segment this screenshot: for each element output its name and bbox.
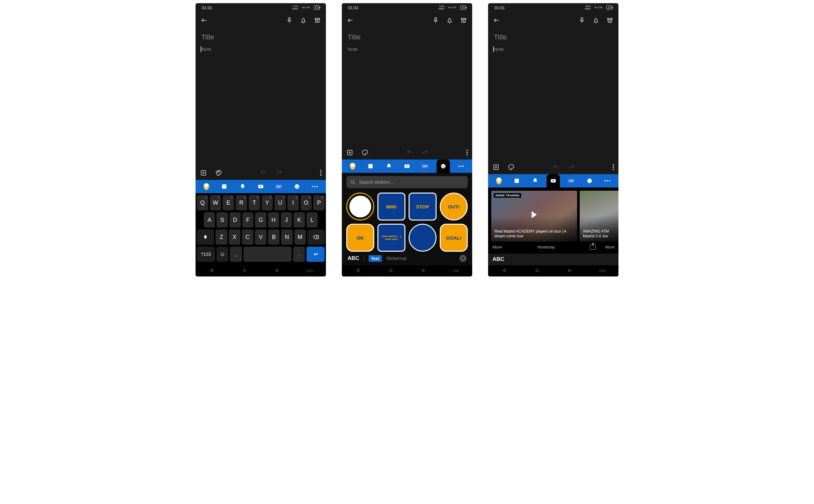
undo-icon[interactable] [260, 169, 267, 176]
note-content[interactable]: Title Note [195, 29, 326, 166]
more-icon[interactable] [467, 150, 468, 155]
nav-home-icon[interactable] [534, 268, 540, 275]
reminder-icon[interactable] [300, 17, 307, 24]
tab-more[interactable] [601, 174, 614, 187]
sticker-ok[interactable]: OK [346, 224, 374, 252]
more-link-1[interactable]: More [493, 245, 502, 249]
tab-news[interactable] [510, 174, 524, 187]
tab-bell[interactable] [529, 174, 542, 187]
note-input[interactable]: Note [347, 46, 467, 52]
key-k[interactable]: K [293, 212, 304, 228]
more-link-2[interactable]: More [605, 245, 615, 249]
nav-keyboard-icon[interactable] [599, 270, 605, 272]
sticker-crest[interactable] [346, 193, 374, 221]
sticker-hala[interactable]: ¡Hala Madrid… y nada más! [377, 224, 405, 252]
key-c[interactable]: C [242, 229, 253, 245]
tab-more[interactable] [455, 160, 468, 173]
tab-bell[interactable] [236, 180, 249, 193]
add-box-icon[interactable] [493, 164, 500, 171]
key-w[interactable]: W [210, 195, 221, 210]
back-icon[interactable] [347, 17, 354, 24]
key-i[interactable]: I [287, 195, 299, 210]
sticker-goal[interactable]: GOAL! [440, 224, 468, 252]
tab-news[interactable] [218, 180, 231, 193]
nav-home-icon[interactable] [242, 268, 247, 275]
video-card-2[interactable]: AMAZING ATM Madrid 2-0 Juv [580, 191, 619, 242]
pin-icon[interactable] [286, 17, 293, 24]
nav-back-icon[interactable] [355, 268, 361, 275]
key-n[interactable]: N [281, 229, 292, 245]
stickemoji-tab[interactable]: Stickemoji [386, 256, 407, 261]
key-t[interactable]: T [249, 195, 260, 210]
tab-crest[interactable] [200, 180, 213, 193]
period-key[interactable]: . [293, 247, 305, 262]
title-input[interactable]: Title [494, 33, 613, 41]
key-h[interactable]: H [268, 212, 279, 228]
archive-icon[interactable] [460, 17, 467, 24]
tab-video[interactable] [254, 180, 267, 193]
tab-gif[interactable]: GIF [565, 174, 578, 187]
note-input[interactable]: Note [494, 46, 613, 52]
add-pack-button[interactable]: + [460, 255, 467, 262]
video-card-1[interactable]: INSIDE TRAINING Real Madrid ACADEMY play… [491, 191, 577, 242]
nav-keyboard-icon[interactable] [307, 270, 312, 272]
more-icon[interactable] [320, 170, 321, 176]
nav-recent-icon[interactable] [274, 268, 280, 275]
share-icon[interactable] [590, 244, 596, 250]
back-icon[interactable] [493, 17, 500, 24]
shift-key[interactable] [197, 229, 214, 245]
tab-bell[interactable] [382, 160, 395, 173]
redo-icon[interactable] [422, 149, 429, 156]
key-y[interactable]: Y [262, 195, 273, 210]
tab-stickers[interactable] [290, 180, 304, 193]
key-f[interactable]: F [242, 212, 253, 228]
note-input[interactable]: Note [201, 46, 320, 52]
pin-icon[interactable] [432, 17, 439, 24]
text-tab[interactable]: Text [368, 255, 382, 262]
tab-stickers[interactable] [583, 174, 596, 187]
tab-gif[interactable]: GIF [419, 160, 432, 173]
tab-video[interactable] [400, 160, 414, 173]
pin-icon[interactable] [578, 17, 585, 24]
key-a[interactable]: A [204, 212, 215, 228]
abc-button[interactable]: ABC [347, 255, 359, 262]
key-q[interactable]: Q [197, 195, 208, 210]
tab-stickers[interactable] [437, 160, 450, 173]
tab-gif[interactable]: GIF [272, 180, 285, 193]
redo-icon[interactable] [568, 164, 575, 171]
key-r[interactable]: R [236, 195, 247, 210]
symbols-key[interactable]: ?123 [197, 247, 215, 262]
nav-back-icon[interactable] [502, 268, 507, 275]
nav-recent-icon[interactable] [567, 268, 572, 275]
sticker-round[interactable] [409, 224, 437, 252]
key-d[interactable]: D [229, 212, 241, 228]
more-icon[interactable] [613, 164, 614, 170]
abc-button[interactable]: ABC [488, 254, 619, 265]
undo-icon[interactable] [406, 149, 414, 156]
tab-crest[interactable] [492, 174, 506, 187]
key-s[interactable]: S [216, 212, 228, 228]
key-j[interactable]: J [281, 212, 292, 228]
reminder-icon[interactable] [592, 17, 599, 24]
title-input[interactable]: Title [201, 33, 320, 41]
add-box-icon[interactable] [200, 169, 207, 176]
key-l[interactable]: L [306, 212, 318, 228]
comma-key[interactable]: , [230, 247, 242, 262]
archive-icon[interactable] [314, 17, 321, 24]
key-u[interactable]: U [274, 195, 286, 210]
tab-crest[interactable] [346, 160, 359, 173]
sticker-stop[interactable]: STOP [409, 193, 437, 221]
key-p[interactable]: P [313, 195, 325, 210]
palette-icon[interactable] [508, 164, 515, 171]
key-z[interactable]: Z [215, 229, 227, 245]
archive-icon[interactable] [606, 17, 613, 24]
sticker-win[interactable]: WIN! [377, 193, 405, 221]
backspace-key[interactable] [307, 229, 325, 245]
key-g[interactable]: G [255, 212, 266, 228]
add-box-icon[interactable] [346, 149, 353, 156]
redo-icon[interactable] [275, 169, 282, 176]
nav-keyboard-icon[interactable] [453, 270, 459, 272]
key-e[interactable]: E [222, 195, 234, 210]
title-input[interactable]: Title [347, 33, 467, 41]
back-icon[interactable] [201, 17, 208, 24]
